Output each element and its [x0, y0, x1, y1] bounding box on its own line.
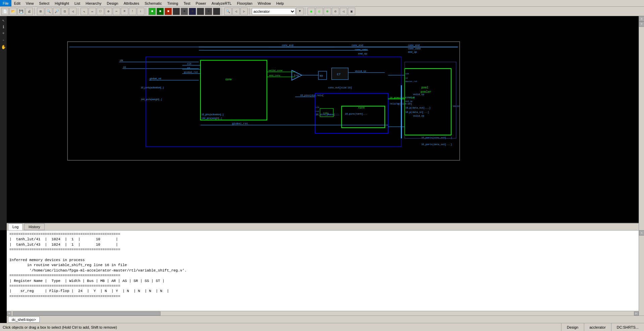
menu-design[interactable]: Design: [104, 0, 121, 6]
svg-text:16_p(data_out[...]: 16_p(data_out[...]: [405, 107, 430, 109]
tb-del[interactable]: ✂: [113, 8, 120, 15]
svg-text:tanh: tanh: [358, 106, 365, 109]
menu-timing[interactable]: Timing: [165, 0, 181, 6]
log-hscroll[interactable]: ◀ ▶: [7, 311, 639, 316]
status-text: Click objects or drag a box to select (H…: [0, 325, 561, 329]
tb-hier-up[interactable]: ↑: [129, 8, 136, 15]
shell-tab-active[interactable]: dc_shell-topo>: [8, 317, 40, 323]
lt-zoom-out[interactable]: -: [1, 38, 6, 43]
toolbar: 📄 📂 💾 🖨 ⊞ 🔍 🔎 ⊡ ◁ ↖ ✏ □ ⊕ ✂ ≡ ↑ ↓ ■ ■ ■ …: [0, 7, 644, 16]
sep3: [146, 8, 147, 15]
menu-edit[interactable]: Edit: [11, 0, 23, 6]
lt-info[interactable]: ℹ: [1, 24, 6, 30]
tb-flag8[interactable]: ■: [205, 8, 212, 15]
status-module[interactable]: acclerator: [584, 323, 611, 331]
log-tab-history[interactable]: History: [24, 223, 44, 230]
tb-conn[interactable]: ⊕: [105, 8, 112, 15]
svg-text:144_pins(weight[...]: 144_pins(weight[...]: [201, 117, 222, 120]
tb-g2[interactable]: ◎: [316, 8, 323, 15]
tb-zoom2[interactable]: 🔍: [224, 8, 232, 15]
svg-text:conv: conv: [225, 78, 232, 81]
menu-power[interactable]: Power: [193, 0, 209, 6]
tb-wire[interactable]: ✏: [89, 8, 96, 15]
menu-test[interactable]: Test: [181, 0, 193, 6]
svg-text:clk: clk: [316, 106, 319, 109]
tb-flag4[interactable]: ■: [173, 8, 180, 15]
svg-text:conv_out[size:16]: conv_out[size:16]: [328, 86, 352, 89]
menu-list[interactable]: List: [72, 0, 83, 6]
lt-pointer[interactable]: ↖: [1, 17, 6, 23]
lt-pan[interactable]: ✋: [1, 44, 6, 50]
log-panel[interactable]: ========================================…: [7, 230, 644, 323]
status-design[interactable]: Design: [561, 323, 584, 331]
schematic-canvas: conv_end conv_end conv_valid end_op conv…: [67, 41, 460, 161]
tb-g1[interactable]: ◉: [308, 8, 315, 15]
schematic-area: conv_end conv_end conv_valid end_op conv…: [7, 16, 644, 230]
tb-dd-go[interactable]: ▼: [296, 8, 304, 15]
tb-zoom-sel[interactable]: ⊡: [61, 8, 68, 15]
log-tab-log[interactable]: Log: [8, 223, 23, 230]
tb-zoom-prev[interactable]: ◁: [69, 8, 77, 15]
menu-highlight[interactable]: Highlight: [52, 0, 72, 6]
design-dropdown[interactable]: acclerator: [252, 8, 295, 15]
svg-text:valid_op: valid_op: [405, 96, 415, 98]
tb-save[interactable]: 💾: [17, 8, 25, 15]
tb-flag1[interactable]: ■: [148, 8, 156, 15]
tb-new[interactable]: 📄: [1, 8, 9, 15]
svg-text:valid_ip: valid_ip: [355, 70, 366, 73]
menu-analyzertl[interactable]: AnalyzeRTL: [209, 0, 234, 6]
status-right: Design acclerator DC:SHRTS...: [561, 323, 644, 331]
tb-print[interactable]: 🖨: [26, 8, 33, 15]
menu-floorplan[interactable]: Floorplan: [234, 0, 255, 6]
tb-zoom-out[interactable]: 🔎: [53, 8, 60, 15]
svg-text:conv_valid: conv_valid: [355, 48, 367, 51]
tb-zoome[interactable]: ▣: [348, 8, 355, 15]
log-vscroll[interactable]: ▲ ▼: [639, 230, 644, 323]
menu-select[interactable]: Select: [36, 0, 52, 6]
menu-hierarchy[interactable]: Hierarchy: [83, 0, 104, 6]
svg-text:end_op: end_op: [405, 100, 413, 102]
tb-zoom-fit[interactable]: ⊞: [37, 8, 44, 15]
tb-flag7[interactable]: ■: [197, 8, 204, 15]
hscroll-thumb[interactable]: [13, 312, 160, 316]
tb-g3[interactable]: ⊕: [324, 8, 331, 15]
tb-zoomd[interactable]: ◁: [340, 8, 347, 15]
svg-text:conv_end: conv_end: [282, 44, 293, 47]
svg-text:pooler: pooler: [421, 90, 431, 94]
menu-bar: File Edit View Select Highlight List Hie…: [0, 0, 644, 7]
svg-text:end_op: end_op: [408, 50, 417, 53]
tb-open[interactable]: 📂: [9, 8, 17, 15]
left-toolbar: ↖ ℹ + - ✋: [0, 16, 7, 230]
tb-box[interactable]: □: [97, 8, 104, 15]
svg-text:master_rst: master_rst: [405, 80, 417, 83]
tb-zoom4[interactable]: ▷: [240, 8, 248, 15]
menu-window[interactable]: Window: [255, 0, 274, 6]
svg-text:16_p(data_in[...]: 16_p(data_in[...]: [405, 111, 429, 114]
menu-schematic[interactable]: Schematic: [142, 0, 165, 6]
sep1: [34, 8, 36, 15]
svg-text:conv_end: conv_end: [352, 44, 363, 47]
tb-zoom3[interactable]: ◁: [232, 8, 240, 15]
tb-flag6[interactable]: ■: [189, 8, 196, 15]
tb-flag5[interactable]: ■: [181, 8, 188, 15]
tb-flag3[interactable]: ■: [165, 8, 172, 15]
menu-file[interactable]: File: [0, 0, 11, 6]
menu-help[interactable]: Help: [274, 0, 287, 6]
menu-attributes[interactable]: Attributes: [121, 0, 142, 6]
tb-prop[interactable]: ≡: [121, 8, 128, 15]
tb-zoomc[interactable]: ⊙: [332, 8, 339, 15]
tb-flag9[interactable]: □: [213, 8, 220, 15]
tb-select[interactable]: ↖: [81, 8, 88, 15]
menu-view[interactable]: View: [23, 0, 37, 6]
svg-text:conv_valid: conv_valid: [408, 47, 420, 50]
status-bar: Click objects or drag a box to select (H…: [0, 323, 644, 331]
status-extra[interactable]: DC:SHRTS...: [611, 323, 644, 331]
lt-zoom-in[interactable]: +: [1, 31, 6, 36]
tb-flag2[interactable]: ■: [156, 8, 164, 15]
shell-tab-close: ▶: [40, 317, 43, 322]
svg-text:16_ports(activation[...]: 16_ports(activation[...]: [141, 86, 164, 89]
tb-zoom-in[interactable]: 🔍: [45, 8, 52, 15]
tb-hier-dn[interactable]: ↓: [137, 8, 144, 15]
schematic-vscroll[interactable]: ▲ ▼: [639, 16, 644, 230]
svg-text:clk: clk: [120, 59, 123, 62]
